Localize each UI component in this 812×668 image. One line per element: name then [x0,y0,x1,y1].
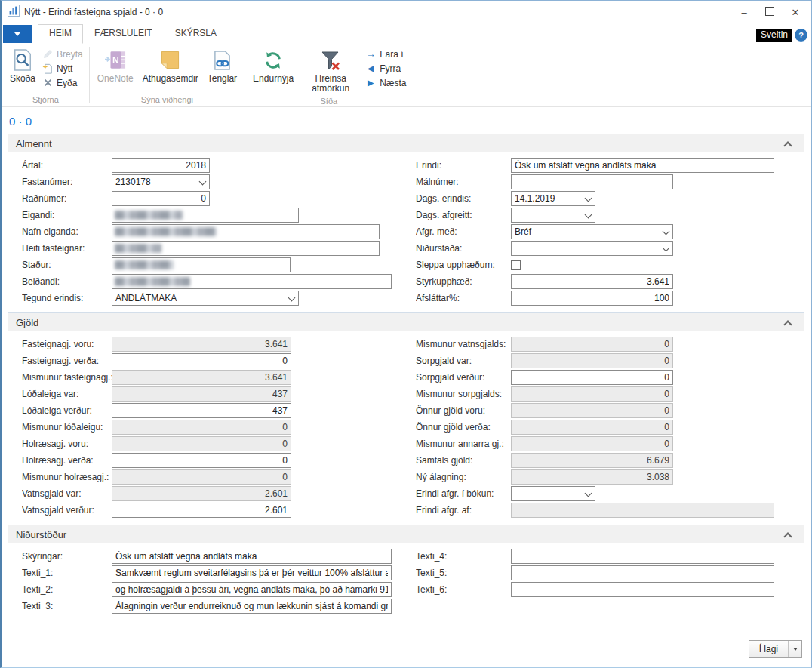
erindi-afgr-i-bokun-label: Erindi afgr. í bókun: [416,488,511,499]
fasteignagj-verda-input[interactable] [112,353,291,368]
field-row: Raðnúmer: [8,190,408,207]
ok-split-button[interactable]: Í lagi [749,640,802,658]
malnumer-label: Málnúmer: [416,177,511,187]
vatnsgjald-verdur-input[interactable] [112,503,291,518]
tab-skyrsla[interactable]: SKÝRSLA [164,24,228,44]
erindi-afgr-i-bokun-combo[interactable] [511,486,595,501]
field-row: Fasteignagj. voru: [8,336,408,352]
tegund-erindis-input[interactable] [112,291,299,306]
redacted-value [115,277,190,286]
hreinsa-afmorkun-button[interactable]: Hreinsa afmörkun [298,45,363,96]
help-icon[interactable]: ? [795,29,807,42]
naesta-button[interactable]: ▶Næsta [364,77,406,88]
section-almennt: AlmenntÁrtal:Fastanúmer:Raðnúmer:Eigandi… [8,134,804,312]
afgr-med-input[interactable] [511,224,673,239]
lodaleiga-verdur-input[interactable] [112,403,291,418]
afgr-med-combo[interactable] [511,224,673,239]
clear-filter-icon [320,48,341,72]
collapse-icon[interactable] [783,320,792,328]
fyrra-button[interactable]: ◀Fyrra [364,63,406,74]
title-bar: Nýtt - Erindi fasteigna spjald - 0 · 0 –… [2,1,811,23]
ok-button[interactable]: Í lagi [749,641,788,657]
mismunur-vatnsgjalds-label: Mismunur vatnsgjalds: [416,339,511,349]
field-row: Texti_6: [408,581,804,598]
collapse-icon[interactable] [783,532,792,540]
fara-i-button[interactable]: →Fara í [364,48,406,60]
refresh-icon [263,48,284,72]
nytt-button[interactable]: Nýtt [42,63,83,74]
stadur-label: Staður: [22,260,112,270]
delete-x-icon [42,77,54,88]
field-row: Texti_4: [408,548,804,565]
dags-erindis-combo[interactable] [511,191,595,206]
nidurstodur-section-header[interactable]: Niðurstöður [8,525,804,543]
texti-6-label: Texti_6: [416,584,511,595]
texti-4-label: Texti_4: [416,551,511,562]
field-row: Sleppa upphæðum: [408,257,804,273]
view-document-icon [12,48,33,72]
group-separator [245,47,245,103]
erindi-afgr-af-label: Erindi afgr. af: [416,505,511,516]
vatnsgjald-verdur-label: Vatnsgjald verður: [22,505,112,516]
erindi-afgr-af-input [511,503,774,518]
malnumer-input[interactable] [511,174,673,189]
texti-4-input[interactable] [511,549,774,564]
texti-2-input[interactable] [112,582,392,597]
sleppa-upphaedum-checkbox[interactable] [511,260,521,270]
athugasemdir-button[interactable]: Athugasemdir [138,45,203,86]
endurnyja-label: Endurnýja [253,74,294,84]
radnumer-input[interactable] [112,191,210,206]
tab-faersluleit[interactable]: FÆRSLULEIT [83,24,164,44]
minimize-button[interactable]: – [731,1,757,23]
field-row: Styrkupphæð: [408,273,804,290]
almennt-section-header[interactable]: Almennt [8,134,804,152]
ok-dropdown[interactable] [788,641,801,657]
skyringar-input[interactable] [112,549,392,564]
dags-erindis-label: Dags. erindis: [416,193,511,204]
field-row: Önnur gjöld voru: [408,402,804,419]
dags-afgreitt-input[interactable] [511,208,595,223]
app-menu-button[interactable] [3,25,32,43]
app-icon [8,5,20,20]
fastanumer-input[interactable] [112,174,210,189]
holraesagj-verda-input[interactable] [112,453,291,468]
onenote-icon: N [105,48,126,72]
fastanumer-combo[interactable] [112,174,210,189]
erindi-afgr-i-bokun-input[interactable] [511,486,595,501]
sorpgjald-verdur-input[interactable] [511,370,673,385]
nidurstada-input[interactable] [511,241,673,256]
eyda-button[interactable]: Eyða [42,77,83,88]
dags-afgreitt-label: Dags. afgreitt: [416,210,511,220]
texti-3-input[interactable] [112,599,392,614]
onnur-gjold-verda-input [511,420,673,435]
field-row: Holræsagj. verða: [8,452,408,469]
svg-text:N: N [112,55,119,66]
collapse-icon[interactable] [783,141,792,149]
athugasemdir-label: Athugasemdir [143,74,198,84]
texti-1-input[interactable] [112,565,392,580]
afslattarpct-input[interactable] [511,291,673,306]
tenglar-button[interactable]: Tenglar [203,45,241,86]
maximize-button[interactable] [757,1,783,23]
nidurstada-combo[interactable] [511,241,673,256]
endurnyja-button[interactable]: Endurnýja [248,45,298,86]
texti-5-input[interactable] [511,565,774,580]
close-button[interactable]: ✕ [783,1,808,23]
gjold-section-header[interactable]: Gjöld [8,312,804,331]
dags-afgreitt-combo[interactable] [511,208,595,223]
tab-heim[interactable]: HEIM [38,24,83,44]
tegund-erindis-combo[interactable] [112,291,299,306]
field-row: Málnúmer: [408,174,804,190]
skoda-button[interactable]: Skoða [5,45,40,86]
nytt-label: Nýtt [57,64,72,74]
artal-input[interactable] [112,158,210,173]
dags-erindis-input[interactable] [511,191,595,206]
holraesagj-voru-label: Holræsagj. voru: [22,439,112,449]
afslattarpct-label: Afsláttar%: [416,293,511,303]
fastanumer-label: Fastanúmer: [22,177,112,187]
erindi-input[interactable] [511,158,774,173]
styrkupphaed-input[interactable] [511,274,673,289]
chevron-down-icon [14,32,20,36]
sorpgjald-verdur-label: Sorpgjald verður: [416,372,511,383]
texti-6-input[interactable] [511,582,774,597]
